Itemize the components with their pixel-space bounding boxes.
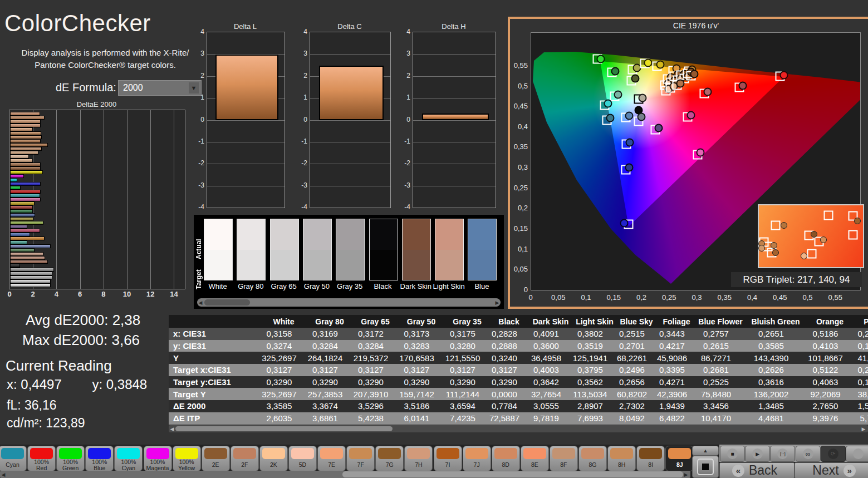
transport-refresh-button[interactable]: ⟳	[821, 446, 846, 462]
table-cell: 3,3674	[302, 401, 348, 411]
deltaE-bar	[10, 159, 33, 162]
table-cell: 41,7	[849, 353, 868, 363]
back-button[interactable]: « Back	[719, 462, 795, 478]
table-cell: 0,3173	[394, 329, 440, 338]
axis-tick-label: -2	[190, 159, 204, 167]
patch-button-8i[interactable]: 8I	[636, 446, 665, 471]
next-label: Next	[812, 463, 838, 478]
patch-button-7f[interactable]: 7F	[346, 446, 375, 471]
patch-swatch	[1, 448, 24, 459]
table-cell: 0,21	[849, 329, 868, 338]
axis-tick-label: 0,25	[510, 183, 528, 191]
table-scrollbar-thumb[interactable]	[175, 426, 393, 431]
patch-button-5d[interactable]: 5D	[288, 446, 317, 471]
patch-label: 8J	[676, 459, 683, 471]
table-cell: 257,3853	[302, 390, 348, 399]
color-swatch	[303, 219, 332, 280]
table-cell: 125,1941	[569, 353, 611, 363]
table-cell: 0,2888	[486, 341, 523, 351]
stop-measure-button[interactable]	[692, 456, 719, 478]
patch-button-100-blue[interactable]: 100% Blue	[85, 446, 114, 471]
swatch-target	[336, 250, 364, 280]
arrow-up-icon: ▲	[703, 448, 708, 454]
patch-button-7j[interactable]: 7J	[463, 446, 491, 471]
table-scrollbar[interactable]: ◀ ▶	[169, 425, 868, 432]
table-scroll-right-icon[interactable]: ▶	[860, 426, 867, 432]
patch-button-7i[interactable]: 7I	[434, 446, 462, 471]
swatch-target	[403, 250, 430, 280]
patch-button-100-cyan[interactable]: 100% Cyan	[114, 446, 143, 471]
patch-label: 100% Magenta	[144, 459, 171, 471]
deltaE-x-axis: 02468101214	[9, 290, 184, 299]
deltaE-bar	[10, 151, 38, 155]
table-cell: 0,2515	[611, 329, 653, 338]
patch-button-100-red[interactable]: 100% Red	[27, 446, 56, 471]
patch-toolbar-scrollbar[interactable]: ◀ ▶	[0, 471, 690, 478]
patch-button-2e[interactable]: 2E	[202, 446, 230, 471]
avg-de2000: Avg dE2000: 2,38	[26, 312, 140, 329]
patch-swatch	[291, 448, 314, 459]
table-column-header: Foliage	[657, 317, 696, 326]
transport-step-button[interactable]: [··]	[770, 446, 795, 462]
measurement-point	[656, 61, 664, 69]
patch-button-2f[interactable]: 2F	[231, 446, 259, 471]
patch-button-8d[interactable]: 8D	[492, 446, 520, 471]
patch-toolbar-scrollbar-thumb[interactable]	[342, 471, 683, 477]
table-cell: 0,4003	[523, 365, 569, 374]
table-scroll-left-icon[interactable]: ◀	[169, 426, 175, 432]
patch-button-7h[interactable]: 7H	[404, 446, 433, 471]
patch-button-cyan[interactable]: Cyan	[0, 446, 27, 471]
color-swatch	[237, 219, 266, 280]
table-column-header: Gray 35	[444, 317, 490, 326]
axis-tick-label: -2	[293, 159, 307, 167]
table-cell: 3,5296	[348, 401, 394, 411]
table-row: Target y:CIE310,32900,32900,32900,32900,…	[169, 376, 868, 388]
scroll-left-icon[interactable]: ◀	[197, 300, 204, 305]
patch-button-7e[interactable]: 7E	[317, 446, 346, 471]
next-button[interactable]: Next »	[795, 462, 868, 478]
loop-icon: ∞	[803, 449, 813, 459]
table-cell: 0,3616	[741, 377, 802, 387]
de-formula-dropdown[interactable]: 2000 ▼	[118, 80, 202, 96]
axis-tick-label: 1	[396, 93, 410, 101]
patch-scroll-right-icon[interactable]: ▶	[683, 472, 689, 477]
measurement-point	[686, 111, 695, 120]
transport-loop-button[interactable]: ∞	[796, 446, 821, 462]
inset-measurement-point	[772, 249, 779, 256]
transport-play-button[interactable]: ▶	[745, 446, 770, 462]
patch-scroll-left-icon[interactable]: ◀	[0, 472, 7, 477]
table-cell: 0,3600	[523, 341, 569, 351]
patch-button-8h[interactable]: 8H	[607, 446, 636, 471]
swatch-scrollbar[interactable]: ◀ ▶	[197, 298, 501, 307]
patch-button-100-green[interactable]: 100% Green	[56, 446, 85, 471]
transport-stop-button[interactable]: ■	[720, 446, 745, 462]
scroll-right-icon[interactable]: ▶	[494, 300, 501, 305]
measurement-point	[614, 90, 622, 98]
axis-tick-label: 0,3	[685, 293, 709, 302]
patch-button-100-yellow[interactable]: 100% Yellow	[173, 446, 201, 471]
axis-tick-label: 0,4	[740, 293, 764, 302]
table-row: x: CIE310,31580,31690,31720,31730,31750,…	[169, 328, 868, 340]
deltaE-chart-title: DeltaE 2000	[9, 100, 184, 109]
transport-blank-button[interactable]	[846, 446, 868, 462]
patch-scroll-up-button[interactable]: ▲	[692, 446, 719, 456]
table-cell: 0,3642	[523, 377, 569, 387]
table-cell: 0,3280	[440, 341, 486, 351]
measurement-point	[779, 71, 788, 79]
colorchecker-window: ColorChecker Display analysis is perform…	[0, 0, 868, 478]
patch-button-8j[interactable]: 8J	[665, 446, 694, 471]
patch-label: 8H	[618, 459, 625, 471]
table-cell: 2,7650	[802, 401, 849, 411]
patch-button-2k[interactable]: 2K	[259, 446, 288, 471]
patch-button-8f[interactable]: 8F	[550, 446, 578, 471]
patch-button-7g[interactable]: 7G	[375, 446, 404, 471]
patch-button-100-magenta[interactable]: 100% Magenta	[144, 446, 172, 471]
back-label: Back	[749, 463, 777, 478]
patch-button-8e[interactable]: 8E	[521, 446, 549, 471]
patch-button-8g[interactable]: 8G	[578, 446, 607, 471]
table-cell: 0,3127	[440, 365, 486, 374]
table-cell: 325,2697	[256, 390, 302, 399]
table-cell: 0,4217	[653, 341, 692, 351]
swatch-scrollbar-thumb[interactable]	[204, 299, 250, 305]
gridline	[207, 164, 285, 164]
